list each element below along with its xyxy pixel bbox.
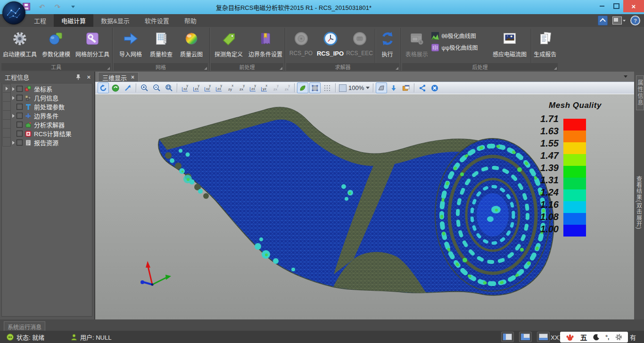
induced-current-map-button[interactable]: 感应电磁流图 xyxy=(489,27,529,58)
ime-paw-icon[interactable] xyxy=(566,334,574,341)
layout-bottom-panel-button[interactable] xyxy=(537,332,550,342)
tree-item-coordinate-system[interactable]: 坐标系 xyxy=(12,84,91,93)
execute-button[interactable]: 执行 xyxy=(376,27,399,58)
pin-icon[interactable] xyxy=(75,74,81,80)
ime-gear-icon[interactable] xyxy=(615,334,622,341)
export-down-button[interactable] xyxy=(388,82,399,93)
app-logo[interactable] xyxy=(2,1,25,24)
refresh-view-button[interactable] xyxy=(110,82,121,93)
view-orientation-button-5[interactable]: xzy xyxy=(225,83,235,93)
tree-item-geometry-info[interactable]: 几何信息 xyxy=(12,93,91,102)
tree-item-report-resources[interactable]: 报告资源 xyxy=(12,138,91,147)
view-orientation-button-1[interactable]: yxz xyxy=(180,83,190,93)
expand-arrow-icon[interactable] xyxy=(12,96,15,100)
quality-cloud-map-button[interactable]: 质量云图 xyxy=(176,27,206,58)
group-launcher-icon[interactable] xyxy=(204,67,207,70)
ime-input-mode[interactable]: 五 xyxy=(580,332,587,342)
view-orientation-button-9[interactable]: yzx xyxy=(270,83,281,93)
system-messages-tab[interactable]: 系统运行消息 xyxy=(4,321,45,331)
view-results-tab[interactable]: 查看结果(双击展开) xyxy=(634,141,644,264)
probe-angle-define-button[interactable]: 探测角定义 xyxy=(210,27,247,58)
help-button[interactable]: ? xyxy=(630,16,640,25)
zoom-out-button[interactable] xyxy=(151,82,162,93)
mesh-partition-tool-button[interactable]: 网格剖分工具 xyxy=(74,27,111,58)
orbit-rotate-button[interactable] xyxy=(98,82,109,93)
menu-tab-em-computation[interactable]: 电磁计算 xyxy=(54,14,93,27)
import-mesh-button[interactable]: 导入网格 xyxy=(115,27,146,58)
gutter-cell[interactable] xyxy=(2,120,11,129)
tree-item-preprocess-params[interactable]: 前处理参数 xyxy=(12,102,91,111)
tree-checkbox[interactable] xyxy=(17,104,23,110)
gutter-cell[interactable] xyxy=(2,93,11,102)
tree-checkbox[interactable] xyxy=(17,139,23,146)
smooth-shading-button[interactable] xyxy=(297,82,308,93)
tree-checkbox[interactable] xyxy=(17,113,23,119)
menu-tab-project[interactable]: 工程 xyxy=(26,14,54,27)
menu-tab-data-display[interactable]: 数据&显示 xyxy=(93,14,137,27)
tree-checkbox[interactable] xyxy=(17,95,23,101)
launch-modeler-button[interactable]: 启动建模工具 xyxy=(1,27,39,58)
tree-checkbox[interactable] xyxy=(17,131,23,137)
group-launcher-icon[interactable] xyxy=(280,67,282,70)
tree-checkbox[interactable] xyxy=(17,86,23,92)
theta-polarization-curve-button[interactable]: θθ极化曲线图 xyxy=(431,32,489,40)
viewport-3d[interactable]: Mesh Quality 1.711.63 1.551.47 1.391.31 … xyxy=(95,94,634,319)
view-orientation-button-7[interactable]: yzx xyxy=(248,83,258,93)
collapse-ribbon-button[interactable] xyxy=(598,16,608,25)
view-orientation-button-2[interactable]: yzx xyxy=(191,83,201,93)
ime-punctuation-toggle[interactable]: °, xyxy=(605,334,609,341)
expand-arrow-icon[interactable] xyxy=(12,87,15,91)
layout-left-panel-button[interactable] xyxy=(501,332,514,342)
pan-zoom-arrow-button[interactable] xyxy=(122,82,133,93)
zoom-level-dropdown[interactable]: 100% xyxy=(339,84,370,92)
view-orientation-button-10[interactable]: yzx xyxy=(281,83,292,93)
parametric-modeling-button[interactable]: 参数化建模 xyxy=(39,27,74,58)
view-orientation-button-8[interactable]: xyz xyxy=(259,83,269,93)
view-orientation-button-4[interactable]: yzx xyxy=(214,83,224,93)
wireframe-view-button[interactable] xyxy=(322,82,333,93)
solver-rcs-po-button[interactable]: RCS_PO xyxy=(287,27,315,57)
tab-list-dropdown-icon[interactable] xyxy=(624,75,627,78)
maximize-button[interactable] xyxy=(609,0,623,12)
group-launcher-icon[interactable] xyxy=(396,67,398,70)
boundary-conditions-settings-button[interactable]: 边界条件设置 xyxy=(247,27,284,58)
tree-checkbox[interactable] xyxy=(17,122,23,128)
view-orientation-button-6[interactable]: yzx xyxy=(236,83,247,93)
gutter-cell[interactable] xyxy=(2,102,11,111)
layout-split-panel-button[interactable] xyxy=(519,332,532,342)
menu-tab-settings[interactable]: 软件设置 xyxy=(137,14,177,27)
zoom-fit-button[interactable] xyxy=(163,82,174,93)
group-launcher-icon[interactable] xyxy=(107,67,110,70)
zoom-in-button[interactable] xyxy=(139,82,150,93)
gutter-cell[interactable] xyxy=(2,129,11,138)
tab-3d-display[interactable]: 三维显示 × xyxy=(98,72,139,82)
tree-item-rcs-results[interactable]: RCS计算结果 xyxy=(12,129,91,138)
expand-arrow-icon[interactable] xyxy=(12,114,15,118)
capture-window-button[interactable] xyxy=(400,82,412,93)
tab-close-icon[interactable]: × xyxy=(131,74,134,81)
shaded-view-button[interactable] xyxy=(309,82,321,93)
gutter-cell[interactable] xyxy=(2,138,11,147)
share-flow-button[interactable] xyxy=(417,82,428,93)
close-button[interactable]: × xyxy=(623,0,644,12)
view-orientation-button-3[interactable]: yxz xyxy=(202,83,213,93)
expand-arrow-icon[interactable] xyxy=(12,141,15,145)
clip-region-button[interactable] xyxy=(376,82,387,93)
minimize-button[interactable] xyxy=(595,0,609,12)
quality-check-button[interactable]: 质量检查 xyxy=(146,27,176,58)
menu-tab-help[interactable]: 帮助 xyxy=(177,14,204,27)
properties-info-tab[interactable]: 属性信息 xyxy=(636,75,644,110)
panel-close-icon[interactable]: × xyxy=(87,74,91,81)
ime-moon-icon[interactable] xyxy=(593,334,600,341)
tree-item-boundary-conditions[interactable]: 边界条件 xyxy=(12,111,91,120)
gutter-cell[interactable] xyxy=(2,84,11,93)
close-view-button[interactable] xyxy=(429,82,440,93)
gutter-cell[interactable] xyxy=(2,111,11,120)
group-launcher-icon[interactable] xyxy=(554,67,557,70)
table-display-button[interactable]: 表格展示 xyxy=(402,27,431,58)
psi-polarization-curve-button[interactable]: ψψ极化曲线图 xyxy=(431,43,489,51)
window-style-button[interactable] xyxy=(612,16,626,24)
solver-rcs-eec-button[interactable]: RCS_EEC xyxy=(346,27,374,57)
tree-item-analysis-solver[interactable]: 分析求解器 xyxy=(12,120,91,129)
solver-rcs-ipo-button[interactable]: RCS_IPO xyxy=(315,27,346,57)
